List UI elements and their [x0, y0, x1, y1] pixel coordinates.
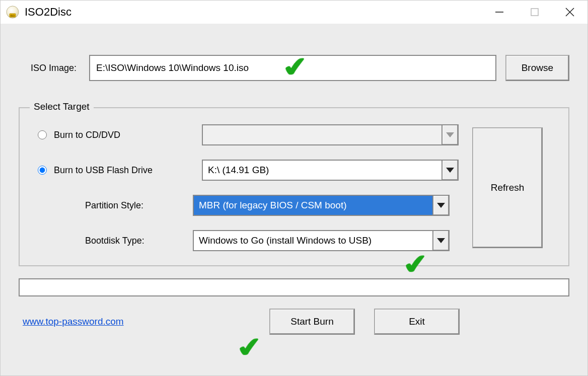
- minimize-button[interactable]: [482, 1, 517, 24]
- iso-path-text: E:\ISO\Windows 10\Windows 10.iso: [96, 62, 249, 73]
- refresh-button[interactable]: Refresh: [472, 127, 543, 248]
- bootdisk-label: Bootdisk Type:: [38, 236, 186, 246]
- start-burn-button[interactable]: Start Burn: [269, 309, 355, 335]
- chevron-down-icon: [437, 203, 445, 208]
- bootdisk-row: Bootdisk Type: Windows to Go (install Wi…: [38, 230, 467, 251]
- radio-usb[interactable]: [38, 166, 47, 175]
- radio-cd[interactable]: [38, 130, 47, 139]
- progress-bar: [19, 278, 569, 296]
- partition-style-dropdown-button[interactable]: [432, 196, 449, 215]
- partition-row: Partition Style: MBR (for legacy BIOS / …: [38, 195, 467, 216]
- radio-cd-label[interactable]: Burn to CD/DVD: [54, 130, 195, 140]
- website-link[interactable]: www.top-password.com: [23, 316, 124, 327]
- target-fieldset: Select Target Burn to CD/DVD Burn to USB…: [19, 107, 569, 266]
- titlebar: ISO ISO2Disc: [1, 1, 587, 24]
- bootdisk-type-dropdown-button[interactable]: [432, 231, 449, 250]
- browse-button[interactable]: Browse: [505, 55, 569, 81]
- exit-button[interactable]: Exit: [374, 309, 460, 335]
- iso-row: ISO Image: E:\ISO\Windows 10\Windows 10.…: [19, 55, 569, 81]
- usb-drive-dropdown-button[interactable]: [442, 161, 458, 180]
- app-icon: ISO: [6, 5, 20, 19]
- chevron-down-icon: [446, 168, 454, 173]
- radio-row-cd: Burn to CD/DVD: [38, 124, 467, 145]
- usb-drive-select[interactable]: K:\ (14.91 GB): [202, 160, 459, 181]
- window-controls: [482, 1, 587, 24]
- partition-label: Partition Style:: [38, 200, 186, 211]
- cd-drive-select[interactable]: [202, 124, 459, 145]
- chevron-down-icon: [437, 238, 445, 243]
- iso-label: ISO Image:: [19, 63, 89, 73]
- partition-style-select[interactable]: MBR (for legacy BIOS / CSM boot): [193, 195, 450, 216]
- chevron-down-icon: [446, 132, 454, 137]
- cd-drive-dropdown-button[interactable]: [442, 125, 458, 144]
- window-title: ISO2Disc: [25, 6, 71, 19]
- bootdisk-type-select[interactable]: Windows to Go (install Windows to USB): [193, 230, 450, 251]
- partition-style-value: MBR (for legacy BIOS / CSM boot): [194, 196, 432, 215]
- maximize-button[interactable]: [517, 1, 552, 24]
- client-area: ISO Image: E:\ISO\Windows 10\Windows 10.…: [1, 24, 587, 375]
- checkmark-icon: ✔: [234, 331, 265, 364]
- window: ISO ISO2Disc ISO Image: E:\ISO\Windows 1…: [0, 0, 588, 376]
- bottom-row: www.top-password.com Start Burn Exit: [19, 309, 569, 335]
- svg-rect-4: [531, 9, 538, 16]
- bootdisk-type-value: Windows to Go (install Windows to USB): [194, 235, 377, 246]
- iso-path-input[interactable]: E:\ISO\Windows 10\Windows 10.iso: [89, 55, 496, 81]
- radio-row-usb: Burn to USB Flash Drive K:\ (14.91 GB): [38, 160, 467, 181]
- close-button[interactable]: [552, 1, 587, 24]
- usb-drive-value: K:\ (14.91 GB): [203, 165, 274, 176]
- target-legend: Select Target: [30, 101, 94, 112]
- svg-text:ISO: ISO: [11, 14, 15, 17]
- radio-usb-label[interactable]: Burn to USB Flash Drive: [54, 165, 195, 176]
